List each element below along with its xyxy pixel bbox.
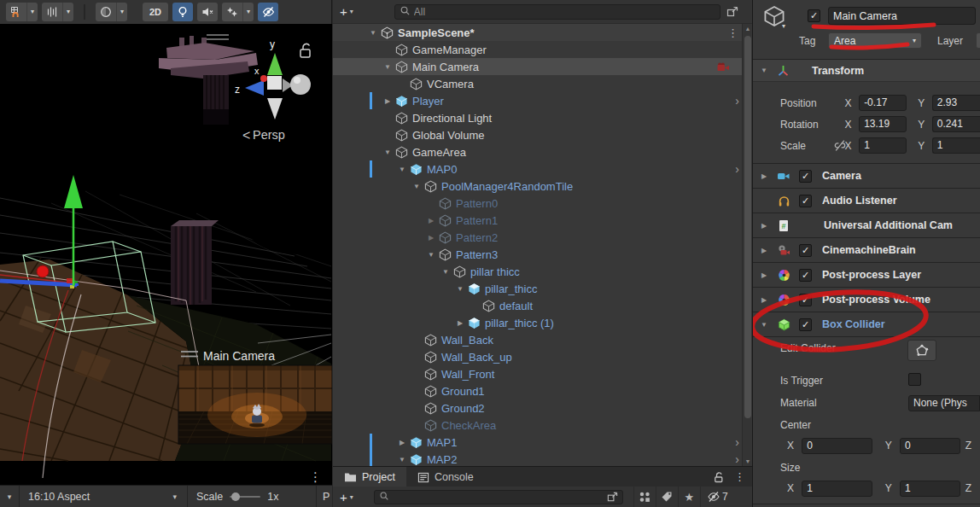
project-search-input[interactable] [393, 491, 604, 503]
hierarchy-row-pillar-thicc-1[interactable]: ▶pillar_thicc (1) [333, 314, 752, 331]
chevron-down-icon[interactable]: ▾ [350, 8, 353, 15]
hierarchy-row-pillar-thicc[interactable]: ▼pillar_thicc [333, 280, 752, 297]
hierarchy-row-vcamera[interactable]: VCamera [333, 75, 752, 92]
hierarchy-row-main-camera[interactable]: ▼Main Camera [333, 58, 752, 75]
scale-slider[interactable] [230, 496, 260, 498]
hierarchy-row-checkarea[interactable]: CheckArea [333, 417, 752, 434]
foldout-icon[interactable]: ▼ [382, 149, 394, 156]
hierarchy-row-wall-front[interactable]: Wall_Front [333, 365, 752, 382]
picker-icon[interactable] [607, 492, 618, 503]
foldout-icon[interactable]: ▶ [396, 439, 408, 446]
hierarchy-row-player[interactable]: ▶Player› [333, 92, 752, 109]
aspect-ratio-dropdown[interactable]: 16:10 Aspect ▾ [20, 486, 187, 507]
component-enabled-checkbox[interactable]: ✓ [799, 195, 812, 207]
center-y-field[interactable]: 0 [900, 438, 960, 454]
create-object-button[interactable]: + [340, 4, 347, 19]
kebab-menu-icon[interactable]: ⋮ [727, 26, 738, 39]
hierarchy-search-input[interactable] [414, 6, 715, 18]
chevron-down-icon[interactable]: ▾ [62, 3, 73, 21]
component-header-cinemachinebrain[interactable]: ▶✓CinemachineBrain [753, 238, 980, 263]
persp-label[interactable]: Persp [253, 128, 285, 142]
hierarchy-row-samplescene[interactable]: ▼SampleScene*⋮ [333, 24, 752, 41]
transform-x-field[interactable]: 1 [859, 137, 907, 154]
red-sphere-handle[interactable] [37, 265, 49, 277]
hierarchy-row-pillar-thicc[interactable]: ▼pillar thicc [333, 263, 752, 280]
chevron-down-icon[interactable]: ▾ [350, 493, 353, 501]
foldout-icon[interactable]: ▼ [411, 183, 423, 190]
size-x-field[interactable]: 1 [802, 481, 872, 497]
foldout-icon[interactable]: ▶ [758, 172, 770, 180]
foldout-icon[interactable]: ▼ [454, 285, 466, 293]
hierarchy-row-poolmanager4randomtile[interactable]: ▼PoolManager4RandomTile [333, 178, 752, 195]
effects-button[interactable]: ▾ [222, 3, 254, 21]
material-field[interactable]: None (Phys [908, 395, 980, 411]
game-view-menu-icon[interactable]: ⋮ [309, 469, 322, 485]
hierarchy-row-map1[interactable]: ▶MAP1› [333, 434, 752, 451]
foldout-icon[interactable]: ▶ [758, 222, 770, 230]
hierarchy-scrollbar[interactable]: ▲ ▼ [742, 24, 752, 466]
component-enabled-checkbox[interactable]: ✓ [799, 269, 812, 282]
hierarchy-row-gamearea[interactable]: ▼GameArea [333, 143, 752, 160]
project-search[interactable] [374, 490, 623, 504]
hierarchy-row-ground1[interactable]: Ground1 [333, 382, 752, 399]
persp-angle-glyph[interactable]: < [242, 128, 250, 143]
tag-dropdown[interactable]: Area ▾ [828, 32, 922, 49]
foldout-icon[interactable]: ▼ [382, 63, 394, 71]
audio-mute-button[interactable] [197, 3, 218, 21]
chevron-down-icon[interactable]: ▾ [116, 3, 127, 21]
foldout-icon[interactable]: ▼ [396, 456, 408, 463]
play-focused-partial[interactable]: P [317, 491, 330, 503]
chevron-down-icon[interactable]: ▾ [242, 3, 254, 21]
hierarchy-search[interactable] [394, 4, 720, 20]
hierarchy-row-map2[interactable]: ▼MAP2› [333, 451, 752, 466]
chevron-down-icon[interactable]: ▾ [26, 3, 38, 21]
picker-icon[interactable] [726, 6, 738, 18]
2d-toggle-button[interactable]: 2D [143, 3, 168, 21]
hierarchy-row-directional-light[interactable]: Directional Light [333, 109, 752, 126]
transform-y-field[interactable]: 0.241 [932, 116, 980, 132]
transform-y-field[interactable]: 1 [932, 137, 980, 154]
prefab-open-chevron-icon[interactable]: › [735, 436, 739, 448]
foldout-icon[interactable]: ▼ [425, 251, 437, 259]
hierarchy-row-pattern1[interactable]: ▶Pattern1 [333, 212, 752, 229]
hierarchy-row-gamemanager[interactable]: GameManager [333, 41, 752, 58]
prefab-open-chevron-icon[interactable]: › [735, 95, 739, 107]
tab-project[interactable]: Project [333, 467, 406, 487]
foldout-icon[interactable]: ▶ [758, 271, 770, 279]
foldout-icon[interactable]: ▶ [454, 319, 466, 327]
foldout-icon[interactable]: ▶ [758, 296, 770, 304]
package-filter-icon[interactable] [633, 487, 656, 507]
transform-x-field[interactable]: 13.19 [859, 116, 907, 132]
foldout-icon[interactable]: ▶ [758, 247, 770, 254]
hierarchy-row-map0[interactable]: ▼MAP0› [333, 160, 752, 178]
foldout-icon[interactable]: ▶ [382, 97, 394, 105]
unlinked-scale-icon[interactable] [833, 139, 847, 154]
foldout-icon[interactable]: ▼ [758, 67, 770, 74]
label-filter-icon[interactable] [656, 487, 678, 507]
hierarchy-row-ground2[interactable]: Ground2 [333, 399, 752, 417]
prefab-open-chevron-icon[interactable]: › [735, 453, 739, 465]
component-header-post-process-layer[interactable]: ▶✓Post-process Layer [753, 263, 980, 288]
lock-open-icon[interactable] [713, 471, 726, 483]
layer-dropdown[interactable] [976, 32, 980, 49]
is-trigger-checkbox[interactable] [908, 373, 921, 386]
component-enabled-checkbox[interactable]: ✓ [799, 244, 812, 257]
hierarchy-row-pattern2[interactable]: ▶Pattern2 [333, 229, 752, 246]
foldout-icon[interactable]: ▶ [425, 234, 437, 242]
prefab-open-chevron-icon[interactable]: › [735, 163, 739, 175]
grid-snap-button[interactable]: ▾ [6, 3, 38, 21]
component-header-universal-additional-cam[interactable]: ▶#Universal Additional Cam [753, 213, 980, 238]
active-checkbox[interactable]: ✓ [808, 9, 820, 22]
transform-y-field[interactable]: 2.93 [932, 95, 980, 111]
hierarchy-row-default[interactable]: default [333, 297, 752, 314]
component-header-box-collider[interactable]: ▼✓Box Collider [753, 312, 980, 337]
transform-x-field[interactable]: -0.17 [859, 95, 907, 111]
component-enabled-checkbox[interactable]: ✓ [799, 318, 812, 331]
component-header-camera[interactable]: ▶✓Camera [753, 164, 980, 189]
foldout-icon[interactable]: ▶ [425, 217, 437, 224]
scene-viewport[interactable]: y z x < Persp [0, 24, 332, 485]
snap-increment-button[interactable]: ▾ [42, 3, 73, 21]
hierarchy-row-pattern0[interactable]: Pattern0 [333, 195, 752, 212]
draw-mode-button[interactable]: ▾ [96, 3, 127, 21]
foldout-icon[interactable]: ▼ [758, 321, 770, 329]
